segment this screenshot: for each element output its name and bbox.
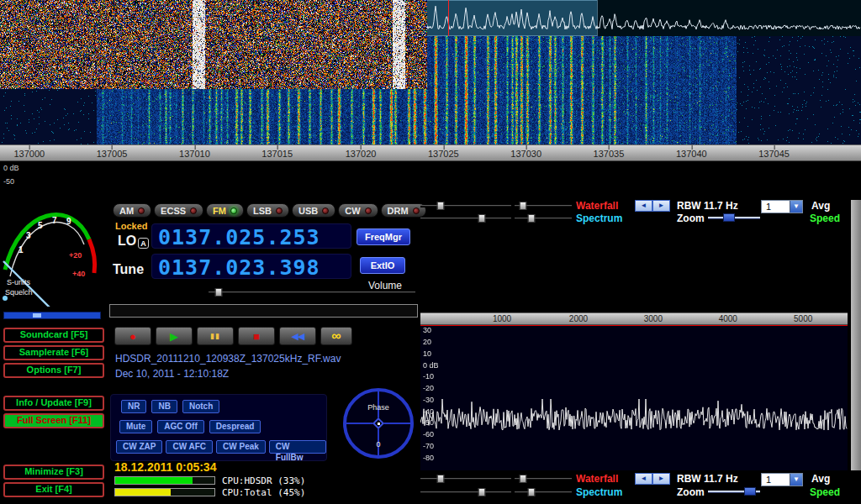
left-arrow-button[interactable]: ◄ bbox=[635, 473, 652, 485]
nr-button[interactable]: NR bbox=[121, 400, 146, 413]
slider-thumb[interactable] bbox=[478, 488, 486, 496]
waterfall-brightness-slider[interactable] bbox=[420, 474, 511, 484]
db-scale-label: 0 dB bbox=[3, 164, 19, 172]
spectrum-tab[interactable]: Spectrum bbox=[576, 213, 622, 224]
slider-thumb[interactable] bbox=[744, 487, 756, 496]
avg-select[interactable]: 1 ▼ bbox=[761, 473, 803, 486]
spectrum-offset-slider[interactable] bbox=[420, 213, 511, 223]
loop-button[interactable]: ∞ bbox=[320, 327, 352, 345]
notch-button[interactable]: Notch bbox=[182, 400, 219, 413]
mode-led-icon bbox=[138, 207, 145, 214]
avg-label: Avg bbox=[811, 200, 830, 212]
play-button[interactable]: ▶ bbox=[156, 327, 193, 345]
rewind-button[interactable]: ◀◀ bbox=[279, 327, 316, 345]
spectrum-range-slider[interactable] bbox=[515, 213, 572, 223]
meter-tick-label: 3 bbox=[26, 231, 31, 240]
spectrum-range-slider[interactable] bbox=[515, 487, 572, 497]
right-arrow-button[interactable]: ► bbox=[652, 200, 670, 212]
info-update-button[interactable]: Info / Update [F9] bbox=[3, 396, 104, 411]
stop-button[interactable]: ■ bbox=[238, 327, 275, 345]
waterfall-contrast-slider[interactable] bbox=[515, 474, 572, 484]
cw-fullbw-button[interactable]: CW FullBw bbox=[269, 440, 326, 454]
main-frequency-ruler[interactable]: 137000 137005 137010 137015 137020 13702… bbox=[0, 144, 861, 161]
squelch-slider-thumb[interactable] bbox=[33, 313, 41, 318]
slider-thumb[interactable] bbox=[528, 488, 536, 496]
left-arrow-button[interactable]: ◄ bbox=[635, 200, 652, 212]
avg-select[interactable]: 1 ▼ bbox=[761, 200, 803, 213]
options-button[interactable]: Options [F7] bbox=[3, 363, 104, 378]
volume-slider[interactable] bbox=[209, 287, 415, 297]
db-tick: 30 bbox=[423, 326, 431, 334]
zoom-slider[interactable] bbox=[708, 213, 760, 223]
recording-date: Dec 10, 2011 - 12:10:18Z bbox=[115, 368, 229, 380]
dropdown-arrow-icon[interactable]: ▼ bbox=[790, 201, 802, 213]
mode-led-icon bbox=[365, 207, 372, 214]
recording-filename: HDSDR_20111210_120938Z_137025kHz_RF.wav bbox=[115, 353, 341, 365]
slider-thumb[interactable] bbox=[520, 202, 527, 210]
volume-slider-thumb[interactable] bbox=[215, 288, 223, 297]
lo-frequency-value[interactable]: 0137.025.253 bbox=[158, 225, 320, 249]
squelch-slider[interactable] bbox=[3, 312, 101, 319]
despread-button[interactable]: Despread bbox=[209, 420, 261, 433]
right-scrollbar[interactable] bbox=[851, 200, 861, 470]
avg-value: 1 bbox=[762, 201, 790, 213]
mode-button-fm[interactable]: FM bbox=[206, 203, 244, 218]
rewind-icon: ◀◀ bbox=[292, 331, 304, 342]
minimize-button[interactable]: Minimize [F3] bbox=[3, 465, 104, 480]
meter-tick-label: 9 bbox=[66, 217, 71, 226]
waterfall-brightness-slider[interactable] bbox=[420, 201, 511, 211]
nb-button[interactable]: NB bbox=[151, 400, 177, 413]
cpu-total-bar-fill bbox=[115, 489, 171, 496]
cpu-total-text: CPU:Total (45%) bbox=[222, 487, 305, 498]
datetime-display: 18.12.2011 0:05:34 bbox=[114, 460, 216, 474]
samplerate-button[interactable]: Samplerate [F6] bbox=[3, 345, 104, 360]
pause-button[interactable]: ▮▮ bbox=[197, 327, 234, 345]
db-tick: 0 dB bbox=[423, 361, 439, 370]
slider-thumb[interactable] bbox=[520, 475, 527, 483]
slider-thumb[interactable] bbox=[436, 475, 444, 483]
audio-frequency-ruler[interactable]: 1000 2000 3000 4000 5000 bbox=[420, 312, 848, 325]
record-button[interactable]: ● bbox=[114, 327, 151, 345]
waterfall-contrast-slider[interactable] bbox=[515, 201, 572, 211]
zoom-slider[interactable] bbox=[708, 486, 760, 496]
phase-scope[interactable]: Phase 0 bbox=[343, 388, 414, 459]
cw-afc-button[interactable]: CW AFC bbox=[166, 440, 213, 454]
db-tick: -60 bbox=[423, 430, 434, 438]
db-tick: -40 bbox=[423, 407, 434, 416]
mute-button[interactable]: Mute bbox=[119, 420, 152, 433]
waterfall-tab[interactable]: Waterfall bbox=[576, 473, 618, 485]
agc-button[interactable]: AGC Off bbox=[157, 420, 203, 433]
slider-thumb[interactable] bbox=[478, 214, 486, 223]
extio-button[interactable]: ExtIO bbox=[360, 257, 405, 274]
cw-peak-button[interactable]: CW Peak bbox=[216, 440, 266, 454]
waterfall-tab[interactable]: Waterfall bbox=[576, 200, 618, 212]
slider-thumb[interactable] bbox=[528, 214, 536, 223]
lo-a-badge[interactable]: A bbox=[138, 238, 149, 249]
zoom-label: Zoom bbox=[677, 486, 705, 498]
soundcard-button[interactable]: Soundcard [F5] bbox=[3, 328, 104, 343]
mode-button-ecss[interactable]: ECSS bbox=[154, 203, 203, 218]
freqmgr-button[interactable]: FreqMgr bbox=[357, 228, 410, 245]
tune-frequency-value[interactable]: 0137.023.398 bbox=[158, 255, 320, 280]
right-arrow-button[interactable]: ► bbox=[652, 473, 670, 485]
freq-tick: 137030 bbox=[510, 145, 541, 160]
cw-zap-button[interactable]: CW ZAP bbox=[116, 440, 162, 454]
exit-button[interactable]: Exit [F4] bbox=[3, 482, 104, 497]
mode-button-usb[interactable]: USB bbox=[292, 203, 335, 218]
dropdown-arrow-icon[interactable]: ▼ bbox=[790, 474, 802, 486]
mode-button-cw[interactable]: CW bbox=[338, 203, 378, 218]
spectrum-tab[interactable]: Spectrum bbox=[576, 486, 622, 498]
meter-tick-label: +20 bbox=[69, 251, 82, 260]
spectrum-offset-slider[interactable] bbox=[420, 487, 511, 497]
mode-button-am[interactable]: AM bbox=[113, 203, 151, 218]
slider-thumb[interactable] bbox=[436, 202, 444, 210]
fullscreen-button[interactable]: Full Screen [F11] bbox=[3, 413, 104, 428]
speed-label: Speed bbox=[810, 213, 840, 224]
audio-waterfall-display[interactable] bbox=[0, 0, 427, 89]
playback-position-slider[interactable] bbox=[109, 304, 418, 318]
mode-button-lsb[interactable]: LSB bbox=[246, 203, 289, 218]
audio-spectrum-display[interactable] bbox=[420, 325, 848, 470]
mode-led-icon bbox=[190, 207, 197, 214]
meter-tick-label: 7 bbox=[52, 216, 57, 225]
slider-thumb[interactable] bbox=[723, 213, 735, 222]
